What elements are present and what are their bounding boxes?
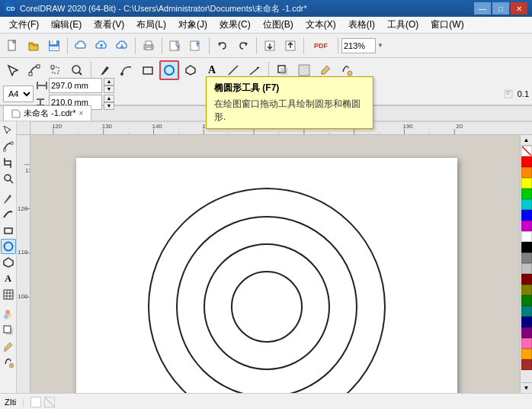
cloud-button[interactable] xyxy=(71,36,91,56)
palette-color-3[interactable] xyxy=(521,188,532,199)
nav-down-button[interactable] xyxy=(260,36,280,56)
ellipse-left-tool[interactable] xyxy=(1,239,16,254)
menu-tools[interactable]: 工具(O) xyxy=(381,17,425,33)
maximize-button[interactable]: □ xyxy=(492,2,509,14)
palette-scroll-down[interactable]: ▼ xyxy=(521,382,532,393)
palette-color-19[interactable] xyxy=(521,359,532,370)
line-tool-button[interactable] xyxy=(223,60,243,80)
rect-tool-button[interactable] xyxy=(138,60,158,80)
drawing-canvas[interactable] xyxy=(30,135,520,393)
palette-color-5[interactable] xyxy=(521,210,532,221)
menu-file[interactable]: 文件(F) xyxy=(3,17,45,33)
svg-marker-23 xyxy=(186,66,195,75)
zoom-left-tool[interactable] xyxy=(1,171,16,186)
bezier-tool-button[interactable] xyxy=(117,60,136,80)
zoom-tool-button[interactable] xyxy=(67,60,87,80)
undo-button[interactable] xyxy=(213,36,232,56)
height-up-btn[interactable]: ▲ xyxy=(104,95,114,102)
height-down-btn[interactable]: ▼ xyxy=(104,102,114,110)
fill-tool-button[interactable] xyxy=(337,60,357,80)
zoom-input[interactable]: 213% xyxy=(341,38,376,53)
svg-rect-7 xyxy=(51,47,57,50)
palette-color-18[interactable] xyxy=(521,349,532,359)
node-tool[interactable] xyxy=(1,139,16,154)
transform-tool-button[interactable] xyxy=(46,60,66,80)
page-size-select[interactable]: A4 xyxy=(3,85,34,102)
palette-color-1[interactable] xyxy=(521,167,532,178)
palette-color-16[interactable] xyxy=(521,327,532,338)
height-icon xyxy=(37,98,47,106)
menu-effects[interactable]: 效果(C) xyxy=(213,17,257,33)
node-tool-button[interactable] xyxy=(24,60,44,80)
palette-color-12[interactable] xyxy=(521,285,532,295)
svg-rect-34 xyxy=(46,82,47,89)
dropshadow-tool-button[interactable] xyxy=(273,60,293,80)
menu-edit[interactable]: 编辑(E) xyxy=(45,17,88,33)
menu-table[interactable]: 表格(I) xyxy=(342,17,381,33)
calligraphy-tool[interactable] xyxy=(1,207,16,222)
select-tool[interactable] xyxy=(1,123,16,138)
close-button[interactable]: ✕ xyxy=(511,2,527,14)
menu-bitmap[interactable]: 位图(B) xyxy=(257,17,300,33)
selection-tool-button[interactable] xyxy=(3,60,23,80)
toolbar-sep-1 xyxy=(67,37,68,54)
palette-color-14[interactable] xyxy=(521,306,532,317)
pen-left-tool[interactable] xyxy=(1,191,16,206)
rect-left-tool[interactable] xyxy=(1,223,16,238)
open-button[interactable] xyxy=(24,36,43,56)
tab-doc-icon xyxy=(11,109,21,118)
import-button[interactable] xyxy=(165,36,185,56)
save-button[interactable] xyxy=(44,36,64,56)
dropshadow-left-tool[interactable] xyxy=(1,323,16,338)
palette-color-13[interactable] xyxy=(521,295,532,306)
polygon-left-tool[interactable] xyxy=(1,255,16,270)
tab-close-button[interactable]: × xyxy=(79,109,83,118)
palette-color-15[interactable] xyxy=(521,317,532,327)
new-button[interactable] xyxy=(3,36,23,56)
palette-color-0[interactable] xyxy=(521,156,532,167)
print-button[interactable] xyxy=(139,36,159,56)
export-button[interactable] xyxy=(186,36,206,56)
menu-layout[interactable]: 布局(L) xyxy=(130,17,172,33)
effects-tool[interactable] xyxy=(1,307,16,322)
connector-tool-button[interactable] xyxy=(245,60,264,80)
nav-up-button[interactable] xyxy=(280,36,300,56)
palette-color-8[interactable] xyxy=(521,242,532,253)
menu-window[interactable]: 窗口(W) xyxy=(425,17,470,33)
transparency-tool-button[interactable] xyxy=(294,60,314,80)
width-down-btn[interactable]: ▼ xyxy=(104,85,114,93)
palette-color-4[interactable] xyxy=(521,199,532,210)
menu-text[interactable]: 文本(X) xyxy=(300,17,342,33)
text-tool-button[interactable]: A xyxy=(202,60,222,80)
upload-button[interactable] xyxy=(91,36,111,56)
canvas-container: A xyxy=(0,121,532,393)
palette-color-6[interactable] xyxy=(521,221,532,231)
pdf-button[interactable]: PDF xyxy=(307,36,335,56)
pen-tool-button[interactable] xyxy=(95,60,115,80)
palette-color-11[interactable] xyxy=(521,274,532,285)
document-tab[interactable]: 未命名 -1.cdr* × xyxy=(3,105,91,121)
minimize-button[interactable]: — xyxy=(474,2,491,14)
palette-color-17[interactable] xyxy=(521,338,532,349)
palette-color-9[interactable] xyxy=(521,253,532,263)
palette-color-7[interactable] xyxy=(521,231,532,242)
redo-button[interactable] xyxy=(233,36,253,56)
zoom-dropdown-arrow[interactable]: ▼ xyxy=(377,42,383,49)
svg-point-20 xyxy=(120,72,123,76)
fill-left-tool[interactable] xyxy=(1,355,16,370)
palette-color-10[interactable] xyxy=(521,263,532,274)
menu-view[interactable]: 查看(V) xyxy=(88,17,130,33)
eyedropper-left-tool[interactable] xyxy=(1,339,16,354)
ellipse-tool-button[interactable] xyxy=(159,60,179,80)
menu-object[interactable]: 对象(J) xyxy=(172,17,213,33)
svg-rect-16 xyxy=(29,72,32,76)
palette-scroll-up[interactable]: ▲ xyxy=(521,135,532,146)
crop-tool[interactable] xyxy=(1,155,16,170)
download-button[interactable] xyxy=(112,36,132,56)
text-left-tool[interactable]: A xyxy=(1,271,16,286)
table-tool[interactable] xyxy=(1,287,16,302)
polygon-tool-button[interactable] xyxy=(181,60,200,80)
palette-color-none[interactable] xyxy=(521,146,532,156)
eyedropper-tool-button[interactable] xyxy=(316,60,335,80)
palette-color-2[interactable] xyxy=(521,178,532,188)
